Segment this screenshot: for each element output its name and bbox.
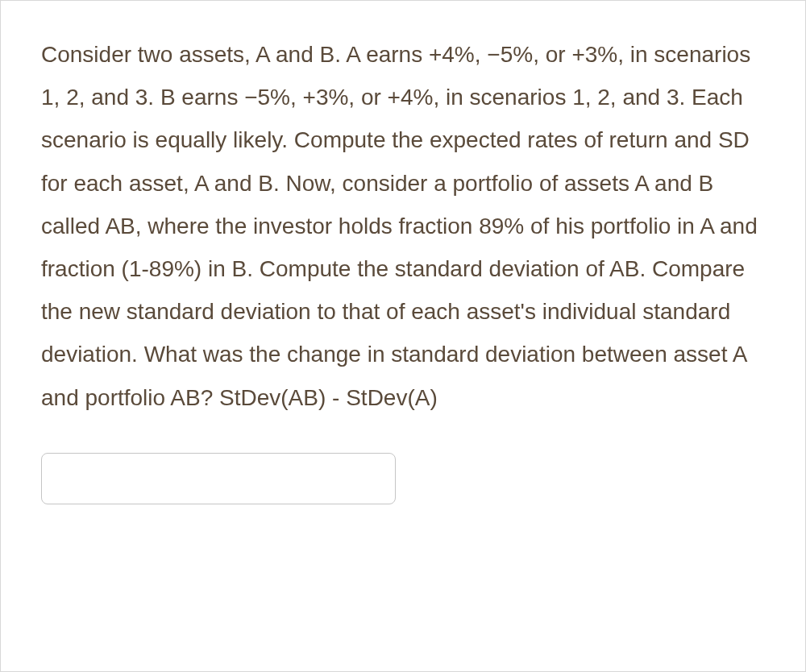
answer-input[interactable] <box>41 453 396 504</box>
question-text: Consider two assets, A and B. A earns +4… <box>41 33 765 419</box>
question-container: Consider two assets, A and B. A earns +4… <box>0 0 806 672</box>
